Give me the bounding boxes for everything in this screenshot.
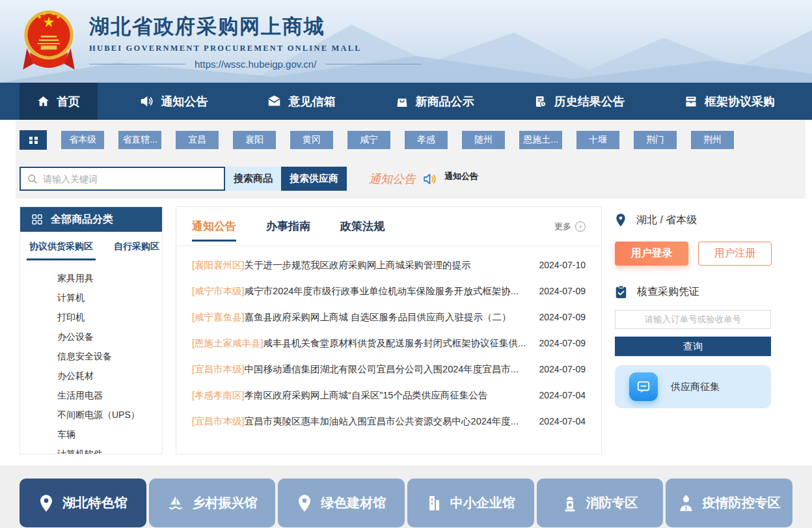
site-url: https://wssc.hubeigp.gov.cn/ (195, 59, 316, 70)
region-button[interactable]: 襄阳 (233, 131, 276, 149)
news-row[interactable]: [宜昌市本级] 中国移动通信集团湖北有限公司宜昌分公司入围2024年度宜昌市..… (192, 356, 586, 382)
search-row: 搜索商品 搜索供应商 通知公告 通知公告 (20, 167, 805, 191)
region-button[interactable]: 省本级 (61, 131, 104, 149)
national-emblem-logo (23, 7, 75, 76)
category-item[interactable]: 办公设备 (57, 327, 162, 346)
venue-rural-revitalization[interactable]: 乡村振兴馆 (149, 479, 276, 527)
medic-icon (678, 495, 694, 512)
url-divider-left (89, 64, 185, 64)
filters-band: 省本级 省直辖... 宜昌 襄阳 黄冈 咸宁 孝感 随州 恩施土... 十堰 荆… (16, 120, 805, 199)
search-supplier-button[interactable]: 搜索供应商 (281, 167, 347, 191)
supplier-collection-card[interactable]: 供应商征集 (615, 365, 771, 408)
news-title: 孝南区政府采购网上商城“自采区”15个品类供应商征集公告 (245, 389, 529, 402)
region-grid-button[interactable] (20, 130, 47, 150)
query-button[interactable]: 查询 (615, 337, 771, 356)
nav-item-history-results[interactable]: 历史结果公告 (517, 83, 642, 120)
venue-label: 疫情防控专区 (703, 494, 781, 512)
news-card: 通知公告 办事指南 政策法规 更多 › [襄阳襄州区] 关于进一步规范我区政府采… (176, 206, 602, 454)
boat-icon (167, 495, 184, 512)
login-button[interactable]: 用户登录 (615, 242, 688, 266)
pin-icon (38, 494, 54, 512)
content-row: 全部商品分类 协议供货采购区 自行采购区 家具用具 计算机 打印机 办公设备 信… (20, 206, 792, 454)
location-label[interactable]: 湖北 / 省本级 (636, 214, 697, 227)
pin-icon (297, 494, 312, 512)
url-divider-right (325, 64, 422, 64)
region-button[interactable]: 恩施土... (519, 131, 562, 149)
tab-notices[interactable]: 通知公告 (192, 207, 236, 246)
news-row[interactable]: [恩施土家咸丰县] 咸丰县机关食堂原材料供货及配送服务封闭式框架协议征集供...… (192, 330, 586, 356)
news-region: [宜昌市本级] (192, 415, 245, 428)
news-title: 宜昌市夷陵区惠丰加油站入围宜昌市公共资源交易中心2024年度... (245, 415, 529, 428)
search-input[interactable] (43, 174, 217, 184)
region-button[interactable]: 省直辖... (118, 131, 161, 149)
venue-label: 中小企业馆 (450, 494, 515, 512)
news-region: [孝感孝南区] (192, 389, 245, 402)
venue-fire-protection[interactable]: 消防专区 (537, 479, 664, 527)
region-button[interactable]: 荆州 (691, 131, 734, 149)
category-item[interactable]: 信息安全设备 (57, 346, 162, 366)
register-button[interactable]: 用户注册 (698, 242, 772, 266)
nav-item-framework-agreement[interactable]: 框架协议采购 (667, 83, 792, 120)
category-item[interactable]: 生活用电器 (57, 385, 162, 405)
notice-ticker-text[interactable]: 通知公告 (444, 171, 478, 182)
nav-item-label: 通知公告 (161, 94, 208, 109)
region-button[interactable]: 随州 (462, 131, 505, 149)
search-product-button[interactable]: 搜索商品 (225, 167, 281, 191)
category-item[interactable]: 打印机 (57, 307, 162, 327)
region-button[interactable]: 荆门 (634, 131, 677, 149)
category-item[interactable]: 家具用具 (57, 268, 162, 288)
tab-service-guide[interactable]: 办事指南 (266, 207, 310, 246)
bag-icon (396, 95, 409, 108)
nav-item-label: 历史结果公告 (554, 94, 625, 109)
news-row[interactable]: [孝感孝南区] 孝南区政府采购网上商城“自采区”15个品类供应商征集公告 202… (192, 382, 586, 408)
tab-policies[interactable]: 政策法规 (340, 207, 385, 246)
nav-item-new-products[interactable]: 新商品公示 (378, 83, 492, 120)
region-button[interactable]: 宜昌 (176, 131, 219, 149)
nav-item-notices[interactable]: 通知公告 (122, 83, 225, 120)
news-title: 中国移动通信集团湖北有限公司宜昌分公司入围2024年度宜昌市... (245, 363, 529, 376)
news-row[interactable]: [咸宁嘉鱼县] 嘉鱼县政府采购网上商城 自选区服务品目供应商入驻提示（二） 20… (192, 304, 586, 330)
venue-epidemic-prevention[interactable]: 疫情防控专区 (666, 479, 792, 527)
news-date: 2024-07-09 (539, 312, 586, 322)
category-sidebar: 全部商品分类 协议供货采购区 自行采购区 家具用具 计算机 打印机 办公设备 信… (20, 206, 163, 454)
category-item[interactable]: 不间断电源（UPS） (57, 405, 162, 424)
region-row: 省本级 省直辖... 宜昌 襄阳 黄冈 咸宁 孝感 随州 恩施土... 十堰 荆… (20, 130, 805, 150)
region-button[interactable]: 咸宁 (347, 131, 390, 149)
nav-item-label: 新商品公示 (416, 94, 474, 109)
category-sidebar-title: 全部商品分类 (51, 213, 113, 227)
building-icon (426, 495, 442, 512)
auth-buttons: 用户登录 用户注册 (615, 242, 791, 266)
category-item[interactable]: 计算机 (57, 288, 162, 307)
news-region: [恩施土家咸丰县] (192, 337, 264, 350)
venue-green-building-materials[interactable]: 绿色建材馆 (278, 479, 405, 527)
region-button[interactable]: 黄冈 (290, 131, 333, 149)
nav-item-home[interactable]: 首页 (20, 83, 98, 120)
category-item[interactable]: 计算机软件 (57, 444, 162, 454)
horn-icon (140, 94, 154, 108)
tab-agreement-supply-zone[interactable]: 协议供货采购区 (27, 241, 96, 260)
site-url-row: https://wssc.hubeigp.gov.cn/ (89, 59, 422, 70)
venue-hubei-specialty[interactable]: 湖北特色馆 (20, 479, 146, 527)
news-row[interactable]: [咸宁市本级] 咸宁市2024年度市级行政事业单位机动车保险服务开放式框架协..… (192, 278, 586, 304)
category-item[interactable]: 车辆 (57, 424, 162, 444)
nav-item-label: 框架协议采购 (705, 94, 775, 109)
news-row[interactable]: [宜昌市本级] 宜昌市夷陵区惠丰加油站入围宜昌市公共资源交易中心2024年度..… (192, 408, 586, 434)
voucher-number-input[interactable] (615, 310, 771, 329)
news-row[interactable]: [襄阳襄州区] 关于进一步规范我区政府采购网上商城采购管理的提示 2024-07… (192, 252, 586, 278)
region-button[interactable]: 十堰 (576, 131, 619, 149)
hydrant-icon (562, 495, 578, 512)
news-region: [咸宁市本级] (192, 285, 245, 298)
news-date: 2024-07-04 (539, 390, 586, 400)
categories-grid-icon (32, 214, 42, 225)
chevron-right-icon: › (575, 221, 586, 232)
news-title: 嘉鱼县政府采购网上商城 自选区服务品目供应商入驻提示（二） (245, 311, 529, 324)
category-item[interactable]: 办公耗材 (57, 366, 162, 385)
tab-self-procurement-zone[interactable]: 自行采购区 (111, 241, 162, 260)
news-list: [襄阳襄州区] 关于进一步规范我区政府采购网上商城采购管理的提示 2024-07… (176, 246, 601, 434)
more-link[interactable]: 更多 › (554, 221, 586, 232)
site-header: 湖北省政府采购网上商城 HUBEI GOVERNMENT PROCUREMENT… (0, 0, 812, 83)
nav-item-feedback[interactable]: 意见信箱 (250, 83, 353, 120)
venue-sme[interactable]: 中小企业馆 (407, 479, 534, 527)
region-button[interactable]: 孝感 (405, 131, 448, 149)
venues-strip: 湖北特色馆 乡村振兴馆 绿色建材馆 中小企业馆 (0, 465, 812, 528)
